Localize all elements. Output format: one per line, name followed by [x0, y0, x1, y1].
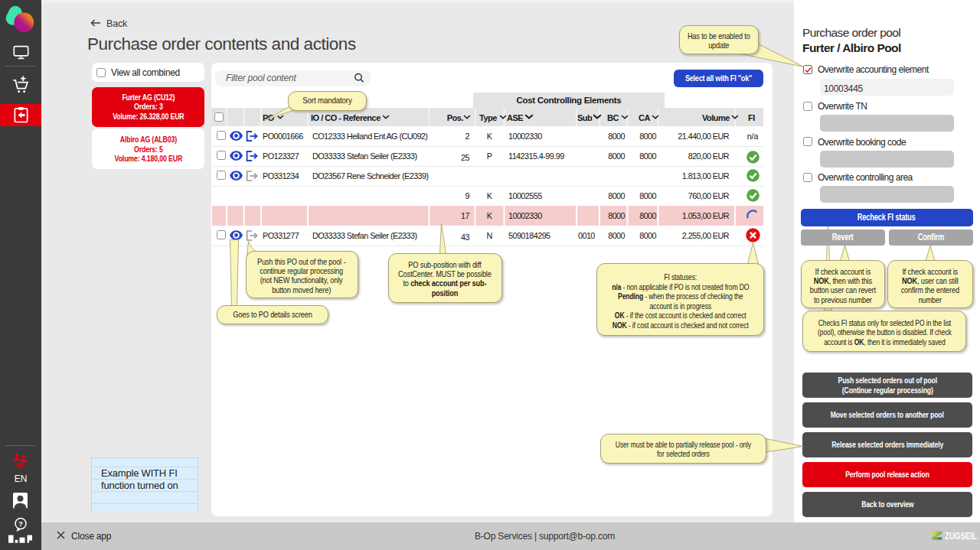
svg-text:?: ?	[18, 519, 23, 528]
